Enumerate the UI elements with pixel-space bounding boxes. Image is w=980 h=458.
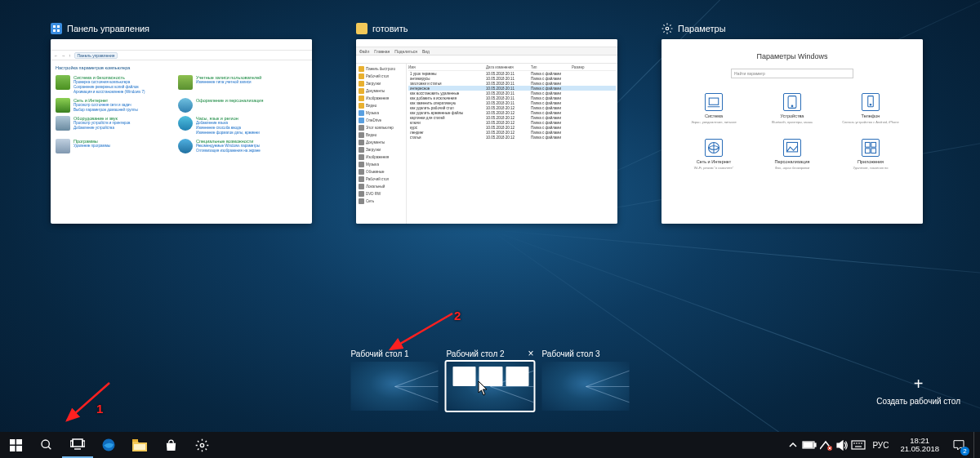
svg-rect-13 xyxy=(865,143,870,148)
svg-rect-35 xyxy=(804,442,813,447)
start-button[interactable] xyxy=(0,432,31,458)
notification-badge: 2 xyxy=(960,447,969,456)
svg-rect-16 xyxy=(871,149,876,153)
annotation-1: 1 xyxy=(96,402,103,416)
volume-icon[interactable] xyxy=(835,432,849,458)
annotation-arrow-1 xyxy=(62,378,124,427)
settings-button[interactable] xyxy=(186,432,217,458)
search-button[interactable] xyxy=(31,432,62,458)
svg-rect-22 xyxy=(16,446,22,451)
virtual-desktop-strip: Рабочий стол 1Рабочий стол 2×Рабочий сто… xyxy=(351,348,630,411)
svg-rect-26 xyxy=(70,441,73,447)
svg-rect-21 xyxy=(10,446,16,451)
svg-point-23 xyxy=(42,440,49,447)
vd-label: Рабочий стол 3 xyxy=(542,349,600,358)
tray-chevron-icon[interactable] xyxy=(786,432,800,458)
file-explorer-button[interactable] xyxy=(124,432,155,458)
svg-rect-25 xyxy=(73,439,82,447)
taskbar: РУС 18:21 21.05.2018 2 xyxy=(0,432,980,458)
taskview-thumb[interactable]: ←→↑Панель управления Настройка параметро… xyxy=(51,39,312,224)
taskview-window-title: готовить xyxy=(372,24,408,33)
taskview-window-settings[interactable]: Параметры Параметры Windows Найти параме… xyxy=(662,23,923,224)
svg-rect-34 xyxy=(814,443,816,447)
show-desktop-button[interactable] xyxy=(973,432,978,458)
taskview-window-title: Параметры xyxy=(678,24,726,33)
svg-line-18 xyxy=(390,313,452,349)
taskview-window-control-panel[interactable]: Панель управления ←→↑Панель управления Н… xyxy=(51,23,312,224)
svg-rect-39 xyxy=(852,441,865,449)
edge-button[interactable] xyxy=(93,432,124,458)
taskview-open-windows: Панель управления ←→↑Панель управления Н… xyxy=(51,23,956,224)
vd-label: Рабочий стол 1 xyxy=(351,349,409,358)
vd-label: Рабочий стол 2 xyxy=(447,349,505,358)
virtual-desktop-3[interactable]: Рабочий стол 3 xyxy=(542,348,630,411)
svg-rect-15 xyxy=(865,149,870,153)
virtual-desktop-2[interactable]: Рабочий стол 2× xyxy=(447,348,534,411)
control-panel-icon xyxy=(51,23,62,34)
svg-point-8 xyxy=(791,105,793,107)
taskview-window-title: Панель управления xyxy=(67,24,149,33)
action-center-button[interactable]: 2 xyxy=(946,432,972,458)
svg-rect-30 xyxy=(132,439,138,442)
svg-point-4 xyxy=(666,27,669,30)
svg-rect-19 xyxy=(10,439,16,445)
taskview-thumb[interactable]: Параметры Windows Найти параметр Система… xyxy=(662,39,923,224)
annotation-2: 2 xyxy=(454,309,461,322)
svg-point-10 xyxy=(870,104,871,105)
svg-rect-20 xyxy=(16,439,22,445)
taskview-window-explorer[interactable]: готовить ФайлГлавнаяПоделитьсяВид Панель… xyxy=(356,23,617,224)
svg-rect-14 xyxy=(871,143,876,148)
plus-icon: + xyxy=(914,376,924,392)
virtual-desktop-1[interactable]: Рабочий стол 1 xyxy=(351,348,439,411)
battery-icon[interactable] xyxy=(802,432,817,458)
svg-rect-1 xyxy=(57,25,60,28)
svg-rect-0 xyxy=(53,25,56,28)
close-icon[interactable]: × xyxy=(528,348,533,359)
network-disconnected-icon[interactable] xyxy=(818,432,833,458)
new-desktop-button[interactable]: + Создать рабочий стол xyxy=(876,376,960,406)
clock[interactable]: 18:21 21.05.2018 xyxy=(895,437,944,454)
store-button[interactable] xyxy=(155,432,186,458)
new-desktop-label: Создать рабочий стол xyxy=(876,397,960,406)
svg-rect-27 xyxy=(82,441,85,447)
date-text: 21.05.2018 xyxy=(900,445,939,453)
svg-rect-2 xyxy=(53,29,56,32)
svg-point-32 xyxy=(200,443,203,447)
svg-line-24 xyxy=(48,447,51,449)
language-indicator[interactable]: РУС xyxy=(867,441,893,450)
taskview-button[interactable] xyxy=(62,432,93,458)
settings-search-input[interactable]: Найти параметр xyxy=(731,69,853,78)
svg-rect-5 xyxy=(709,98,718,104)
svg-rect-31 xyxy=(134,444,145,450)
gear-icon xyxy=(662,23,673,34)
folder-icon xyxy=(356,23,368,34)
keyboard-icon[interactable] xyxy=(851,432,866,458)
svg-rect-3 xyxy=(57,29,60,32)
taskview-thumb[interactable]: ФайлГлавнаяПоделитьсяВид Панель быстрого… xyxy=(356,39,617,224)
